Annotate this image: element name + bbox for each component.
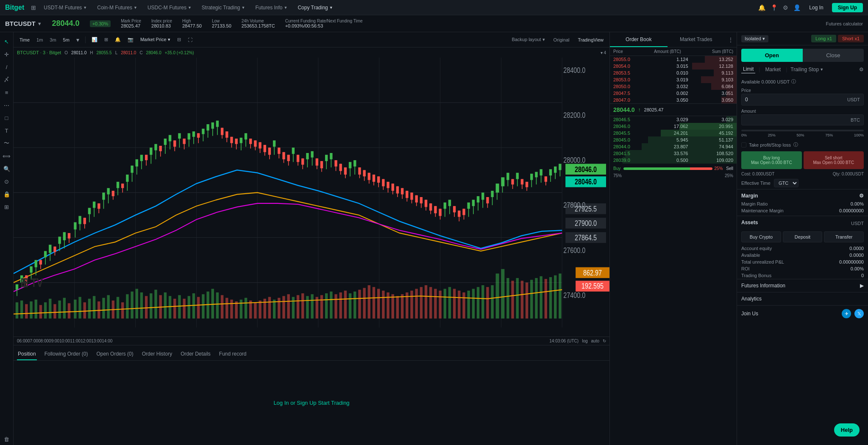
tab-order-book[interactable]: Order Book <box>610 32 668 47</box>
sidebar-cursor-icon[interactable]: ↖ <box>1 36 13 47</box>
slider-dot-25[interactable]: 25% <box>768 133 776 137</box>
toolbar-screenshot[interactable]: 📷 <box>125 36 136 44</box>
long-btn[interactable]: Long x1 <box>811 35 836 42</box>
chart-auto-btn[interactable]: auto <box>591 339 599 343</box>
sidebar-crosshair-icon[interactable]: ✛ <box>1 48 13 60</box>
bid-row-2[interactable]: 28046.0 17.062 20.991 <box>610 123 737 130</box>
futures-info-row[interactable]: Futures Information ▶ <box>737 279 868 292</box>
logo[interactable]: Bitget <box>5 4 24 11</box>
open-btn[interactable]: Open <box>741 49 803 62</box>
apps-icon[interactable]: ⊞ <box>29 3 38 12</box>
original-btn[interactable]: Original <box>551 36 572 44</box>
location-icon[interactable]: 📍 <box>771 4 778 11</box>
margin-settings-icon[interactable]: ⚙ <box>859 193 864 199</box>
login-prompt[interactable]: Log In or Sign Up Start Trading <box>273 400 349 406</box>
sidebar-channel-icon[interactable]: ≡ <box>1 86 13 98</box>
nav-item-usdt-futures[interactable]: USDT-M Futures ▼ <box>39 3 91 12</box>
twitter-icon[interactable]: 𝕏 <box>854 309 864 318</box>
bid-row-5[interactable]: 28044.0 23.807 74.944 <box>610 143 737 150</box>
take-profit-checkbox[interactable] <box>741 142 746 147</box>
close-btn[interactable]: Close <box>803 49 864 62</box>
timeframe-5m-btn[interactable]: 5m <box>61 36 72 44</box>
timeframe-1m-btn[interactable]: 1m <box>34 36 45 44</box>
sidebar-layers-icon[interactable]: ⊞ <box>1 201 13 213</box>
sidebar-lock-icon[interactable]: 🔒 <box>1 188 13 200</box>
toolbar-layout[interactable]: ⊟ <box>175 36 184 44</box>
sell-label[interactable]: Sell <box>726 166 733 171</box>
sidebar-text-icon[interactable]: T <box>1 125 13 136</box>
sell-short-button[interactable]: Sell short Max Open 0.000 BTC <box>804 151 864 169</box>
tab-fund-record[interactable]: Fund record <box>218 348 248 360</box>
login-button[interactable]: Log In <box>804 3 828 12</box>
isolated-badge[interactable]: Isolated ▾ <box>741 35 768 42</box>
take-profit-info[interactable]: ⓘ <box>793 142 798 148</box>
nav-item-usdc-futures[interactable]: USDC-M Futures ▼ <box>143 3 196 12</box>
sidebar-zoom-icon[interactable]: 🔍 <box>1 163 13 175</box>
notifications-icon[interactable]: 🔔 <box>758 4 765 11</box>
settings-icon[interactable]: ⚙ <box>783 4 788 11</box>
tab-order-history[interactable]: Order History <box>141 348 173 360</box>
tab-following-order[interactable]: Following Order (0) <box>44 348 89 360</box>
signup-button[interactable]: Sign Up <box>832 3 863 12</box>
limit-btn[interactable]: Limit <box>741 65 755 73</box>
slider-dot-0[interactable]: 0% <box>741 133 747 137</box>
tab-order-details[interactable]: Order Details <box>180 348 211 360</box>
sidebar-trend-icon[interactable]: 〆 <box>1 74 13 86</box>
sidebar-shape-icon[interactable]: □ <box>1 112 13 124</box>
panel-menu-icon[interactable]: ⋮ <box>725 32 737 47</box>
analytics-row[interactable]: Analytics <box>737 292 868 305</box>
amount-slider-track[interactable] <box>741 130 864 131</box>
order-settings-icon[interactable]: ⚙ <box>859 67 864 72</box>
sidebar-line-icon[interactable]: / <box>1 61 13 73</box>
timeframe-1m[interactable]: Time <box>17 36 32 44</box>
sidebar-fib-icon[interactable]: ⋯ <box>1 99 13 111</box>
timeframe-more[interactable]: ▾ <box>74 35 82 44</box>
bid-row-6[interactable]: 28041.5 33.576 108.520 <box>610 150 737 157</box>
bid-row-4[interactable]: 28045.0 5.945 51.137 <box>610 136 737 143</box>
ask-row-5[interactable]: 28050.0 3.032 6.084 <box>610 83 737 90</box>
sidebar-trash-icon[interactable]: 🗑 <box>1 433 13 445</box>
ask-row-7[interactable]: 28047.0 3.050 3.050 <box>610 97 737 103</box>
short-btn[interactable]: Short x1 <box>838 35 864 42</box>
tab-position[interactable]: Position <box>17 348 37 360</box>
nav-item-futures-info[interactable]: Futures Info ▼ <box>251 3 292 12</box>
chart-refresh-icon[interactable]: ↻ <box>603 339 606 343</box>
ticker-symbol[interactable]: BTCUSDT ▼ <box>5 20 42 27</box>
available-info-icon[interactable]: ⓘ <box>791 78 796 85</box>
slider-dot-50[interactable]: 50% <box>796 133 804 137</box>
sidebar-magnet-icon[interactable]: ⊙ <box>1 175 13 187</box>
toolbar-alert[interactable]: 🔔 <box>112 36 123 44</box>
market-btn[interactable]: Market <box>763 66 782 73</box>
ask-row-6[interactable]: 28047.5 0.002 3.051 <box>610 90 737 97</box>
amount-input[interactable]: BTC <box>741 114 864 125</box>
telegram-icon[interactable]: ✈ <box>842 309 851 318</box>
ask-row-4[interactable]: 28053.0 3.019 9.103 <box>610 76 737 83</box>
user-icon[interactable]: 👤 <box>793 4 801 11</box>
sidebar-wave-icon[interactable]: 〜 <box>1 137 13 149</box>
nav-item-coin-futures[interactable]: Coin-M Futures ▼ <box>93 3 142 12</box>
bid-row-1[interactable]: 28046.5 3.029 3.029 <box>610 116 737 123</box>
toolbar-indicators[interactable]: 📊 <box>89 36 100 44</box>
transfer-btn[interactable]: Transfer <box>824 231 864 242</box>
chart-log-btn[interactable]: log <box>582 339 587 343</box>
sidebar-measure-icon[interactable]: ⟺ <box>1 150 13 162</box>
ask-row-3[interactable]: 28053.5 0.010 9.113 <box>610 70 737 76</box>
toolbar-fullscreen[interactable]: ⛶ <box>185 36 195 44</box>
buy-crypto-btn[interactable]: Buy Crypto <box>741 231 781 242</box>
deposit-btn[interactable]: Deposit <box>783 231 823 242</box>
futures-calculator[interactable]: Futures calculator <box>826 21 863 26</box>
bid-row-3[interactable]: 28045.5 24.201 45.192 <box>610 130 737 136</box>
trailing-stop-btn[interactable]: Trailing Stop ▼ <box>790 67 823 72</box>
toolbar-compare[interactable]: ⊞ <box>102 36 111 44</box>
tab-market-trades[interactable]: Market Trades <box>668 32 725 47</box>
help-button[interactable]: Help <box>834 423 860 437</box>
tradingview-btn[interactable]: TradingView <box>575 36 606 44</box>
tab-open-orders[interactable]: Open Orders (0) <box>95 348 134 360</box>
bid-row-7[interactable]: 28039.0 0.500 109.020 <box>610 157 737 164</box>
slider-dot-75[interactable]: 75% <box>825 133 833 137</box>
nav-item-strategic[interactable]: Strategic Trading ▼ <box>198 3 250 12</box>
buy-long-button[interactable]: Buy long Max Open 0.000 BTC <box>741 151 802 169</box>
ask-row-2[interactable]: 28054.0 3.015 12.128 <box>610 63 737 70</box>
ask-row-1[interactable]: 28055.0 1.124 13.252 <box>610 56 737 63</box>
toolbar-price-type[interactable]: Market Price ▾ <box>138 36 173 44</box>
